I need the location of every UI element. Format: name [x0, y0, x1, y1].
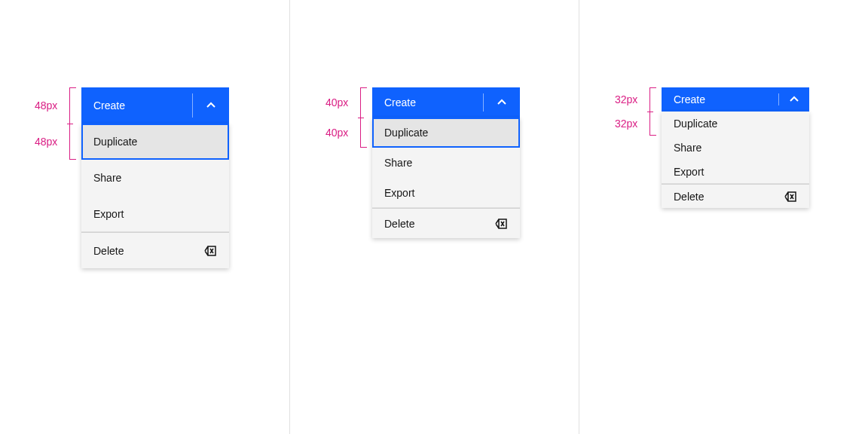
menu-item-delete[interactable]: Delete [662, 184, 809, 208]
split-button: Create [81, 87, 229, 124]
menu-item-duplicate[interactable]: Duplicate [662, 112, 809, 136]
variant-small: Create Duplicate Share Export Delete [662, 87, 809, 208]
create-button[interactable]: Create [662, 87, 778, 112]
menu-item-label: Delete [384, 218, 414, 230]
panel-divider [289, 0, 290, 434]
delete-icon [494, 217, 508, 231]
dimension-bracket [69, 87, 70, 160]
dimension-bracket [360, 87, 361, 148]
split-button: Create [662, 87, 809, 112]
menu-item-label: Duplicate [384, 127, 428, 139]
menu-item-label: Duplicate [93, 136, 137, 148]
dimension-label: 48px [35, 136, 57, 148]
variant-large: Create Duplicate Share Export Delete [81, 87, 229, 268]
delete-icon [203, 244, 217, 258]
delete-icon [784, 190, 797, 203]
menu-item-label: Delete [93, 245, 124, 257]
panel-divider [579, 0, 579, 434]
dimension-label: 40px [326, 127, 348, 139]
chevron-up-icon [788, 93, 800, 105]
dimension-label: 32px [615, 118, 637, 130]
dimension-bracket [649, 87, 650, 136]
menu-item-duplicate[interactable]: Duplicate [372, 118, 520, 148]
split-button: Create [372, 87, 520, 118]
menu-item-label: Duplicate [674, 118, 717, 130]
create-button[interactable]: Create [372, 87, 483, 118]
chevron-up-icon [496, 96, 508, 108]
menu-item-delete[interactable]: Delete [81, 232, 229, 268]
menu-item-export[interactable]: Export [81, 196, 229, 232]
menu-item-delete[interactable]: Delete [372, 208, 520, 238]
menu-item-share[interactable]: Share [662, 136, 809, 160]
dimension-label: 48px [35, 99, 57, 112]
create-button[interactable]: Create [81, 87, 192, 124]
menu-item-export[interactable]: Export [372, 178, 520, 208]
dropdown-menu: Duplicate Share Export Delete [81, 124, 229, 268]
menu-item-label: Export [384, 187, 414, 199]
chevron-toggle[interactable] [484, 87, 520, 118]
menu-item-export[interactable]: Export [662, 160, 809, 184]
dimension-label: 32px [615, 93, 637, 105]
menu-item-share[interactable]: Share [372, 148, 520, 178]
dropdown-menu: Duplicate Share Export Delete [662, 112, 809, 208]
menu-item-share[interactable]: Share [81, 160, 229, 196]
menu-item-label: Export [93, 208, 124, 220]
menu-item-label: Share [674, 142, 701, 154]
menu-item-label: Delete [674, 191, 704, 203]
menu-item-duplicate[interactable]: Duplicate [81, 124, 229, 160]
chevron-toggle[interactable] [779, 87, 809, 112]
menu-item-label: Share [384, 157, 412, 169]
menu-item-label: Share [93, 172, 121, 184]
dimension-label: 40px [326, 96, 348, 108]
chevron-up-icon [205, 99, 217, 112]
variant-medium: Create Duplicate Share Export Delete [372, 87, 520, 238]
chevron-toggle[interactable] [193, 87, 229, 124]
dropdown-menu: Duplicate Share Export Delete [372, 118, 520, 238]
menu-item-label: Export [674, 166, 704, 178]
